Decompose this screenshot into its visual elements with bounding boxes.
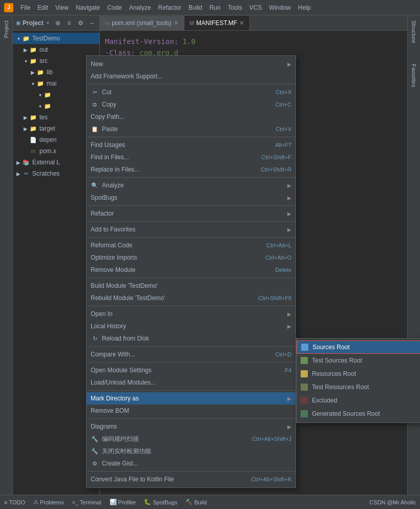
cm-copy[interactable]: ⧉ CopyCtrl+C (87, 98, 296, 111)
cm-build-module[interactable]: Build Module 'TestDemo' (87, 280, 296, 292)
cm-compare-with[interactable]: Compare With...Ctrl+D (87, 348, 296, 360)
reload-icon: ↻ (91, 334, 99, 343)
submenu-sources-root[interactable]: Sources Root (297, 341, 420, 354)
status-build[interactable]: 🔨 Build (185, 499, 206, 505)
panel-header: ▣ Project ▾ ⊕ ≡ ⚙ – (13, 15, 99, 31)
cm-find-usages[interactable]: Find UsagesAlt+F7 (87, 139, 296, 151)
menu-navigate[interactable]: Navigate (73, 3, 103, 12)
menu-build[interactable]: Build (185, 3, 205, 12)
sort-icon[interactable]: ≡ (65, 18, 74, 28)
cm-open-in[interactable]: Open In▶ (87, 308, 296, 320)
resources-root-icon (301, 370, 308, 377)
cm-cut[interactable]: ✂ CutCtrl+X (87, 86, 296, 98)
left-tab-project[interactable]: Project (1, 15, 11, 43)
app-icon: J (4, 3, 13, 12)
cm-sep-1 (87, 84, 296, 84)
cm-sep-9 (87, 346, 296, 347)
menu-refactor[interactable]: Refactor (155, 3, 184, 12)
build-icon: 🔨 (185, 499, 193, 505)
menu-view[interactable]: View (52, 3, 72, 12)
cm-analyze[interactable]: 🔍 Analyze▶ (87, 179, 296, 192)
menu-analyze[interactable]: Analyze (126, 3, 154, 12)
cm-sep-13 (87, 471, 296, 472)
cm-new[interactable]: New▶ (87, 58, 296, 70)
status-terminal[interactable]: >_ Terminal (72, 499, 101, 505)
cm-refactor[interactable]: Refactor▶ (87, 207, 296, 220)
cm-sep-5 (87, 221, 296, 222)
status-profiler[interactable]: 📊 Profiler (110, 499, 136, 505)
cm-open-module-settings[interactable]: Open Module SettingsF4 (87, 364, 296, 376)
cm-local-history[interactable]: Local History▶ (87, 320, 296, 332)
editor-tabs: m pom.xml (small_tools) ✕ M MANIFEST.MF … (100, 15, 407, 31)
close-detection-icon: 🔧 (91, 447, 99, 455)
submenu-generated-sources-root[interactable]: Generated Sources Root (297, 407, 420, 420)
context-menu: New▶ Add Framework Support... ✂ CutCtrl+… (86, 55, 296, 488)
cm-close-detection[interactable]: 🔧 关闭实时检测功能 (87, 445, 296, 457)
right-tab-favorites[interactable]: Favorites (409, 59, 419, 92)
menu-window[interactable]: Window (266, 3, 294, 12)
left-tabs: Project (0, 15, 13, 495)
spotbugs-icon: 🐛 (144, 499, 151, 505)
cm-spotbugs[interactable]: SpotBugs▶ (87, 192, 296, 204)
status-todo[interactable]: ≡ TODO (4, 499, 25, 505)
profiler-icon: 📊 (110, 499, 117, 505)
submenu-excluded[interactable]: Excluded (297, 394, 420, 407)
menu-help[interactable]: Help (295, 3, 314, 12)
menu-file[interactable]: File (17, 3, 33, 12)
filter-icon[interactable]: ⚙ (76, 18, 85, 28)
analyze-icon: 🔍 (91, 181, 99, 189)
cm-sep-8 (87, 306, 296, 306)
cm-add-favorites[interactable]: Add to Favorites▶ (87, 223, 296, 236)
generated-sources-root-icon (301, 410, 308, 417)
cm-find-in-files[interactable]: Find in Files...Ctrl+Shift+F (87, 151, 296, 163)
mark-directory-submenu: Sources Root Test Sources Root Resources… (296, 338, 420, 423)
todo-icon: ≡ (4, 499, 7, 505)
cm-create-gist[interactable]: ⚙ Create Gist... (87, 457, 296, 470)
menu-vcs[interactable]: VCS (246, 3, 265, 12)
menu-tools[interactable]: Tools (225, 3, 245, 12)
tab-pom-xml[interactable]: m pom.xml (small_tools) ✕ (100, 16, 184, 30)
copy-icon: ⧉ (91, 100, 99, 109)
status-spotbugs[interactable]: 🐛 SpotBugs (144, 499, 177, 505)
cm-replace-in-files[interactable]: Replace in Files...Ctrl+Shift+R (87, 163, 296, 176)
cm-sep-2 (87, 137, 296, 137)
problems-icon: ⚠ (33, 499, 38, 505)
status-problems[interactable]: ⚠ Problems (33, 499, 64, 505)
cm-coding-scan[interactable]: 🔧 编码规约扫描Ctrl+Alt+Shift+J (87, 433, 296, 445)
cm-rebuild-module[interactable]: Rebuild Module 'TestDemo'Ctrl+Shift+F9 (87, 292, 296, 304)
cm-reformat-code[interactable]: Reformat CodeCtrl+Alt+L (87, 239, 296, 251)
cm-add-framework[interactable]: Add Framework Support... (87, 70, 296, 82)
cm-sep-11 (87, 390, 296, 391)
menu-bar: File Edit View Navigate Code Analyze Ref… (17, 3, 314, 12)
tree-item-out[interactable]: ▶ 📁 out (13, 44, 99, 55)
cm-diagrams[interactable]: Diagrams▶ (87, 420, 296, 433)
cm-remove-bom[interactable]: Remove BOM (87, 405, 296, 417)
submenu-test-sources-root[interactable]: Test Sources Root (297, 354, 420, 367)
excluded-icon (301, 397, 308, 404)
cm-remove-module[interactable]: Remove ModuleDelete (87, 264, 296, 276)
tree-item-testdemo[interactable]: ▾ 📁 TestDemo (13, 33, 99, 44)
terminal-icon: >_ (72, 499, 78, 505)
locate-icon[interactable]: ⊕ (53, 18, 62, 28)
cm-load-unload-modules[interactable]: Load/Unload Modules... (87, 376, 296, 389)
minimize-icon[interactable]: – (87, 18, 96, 28)
panel-toolbar: ⊕ ≡ ⚙ – (53, 18, 96, 28)
cut-icon: ✂ (91, 88, 99, 96)
tab-manifest-mf[interactable]: M MANIFEST.MF ✕ (184, 16, 250, 30)
cm-convert-java-kotlin[interactable]: Convert Java File to Kotlin FileCtrl+Alt… (87, 473, 296, 485)
submenu-test-resources-root[interactable]: Test Resources Root (297, 380, 420, 394)
right-tab-structure[interactable]: Structure (409, 15, 419, 49)
cm-optimize-imports[interactable]: Optimize ImportsCtrl+Alt+O (87, 251, 296, 264)
cm-mark-directory-as[interactable]: Mark Directory as▶ (87, 392, 296, 405)
github-icon: ⚙ (91, 459, 99, 468)
coding-icon: 🔧 (91, 435, 99, 443)
paste-icon: 📋 (91, 125, 99, 133)
menu-code[interactable]: Code (104, 3, 125, 12)
menu-run[interactable]: Run (206, 3, 224, 12)
submenu-resources-root[interactable]: Resources Root (297, 367, 420, 380)
cm-paste[interactable]: 📋 PasteCtrl+V (87, 123, 296, 135)
test-sources-root-icon (301, 357, 308, 364)
cm-copy-path[interactable]: Copy Path... (87, 111, 296, 123)
menu-edit[interactable]: Edit (34, 3, 51, 12)
cm-reload-from-disk[interactable]: ↻ Reload from Disk (87, 332, 296, 345)
